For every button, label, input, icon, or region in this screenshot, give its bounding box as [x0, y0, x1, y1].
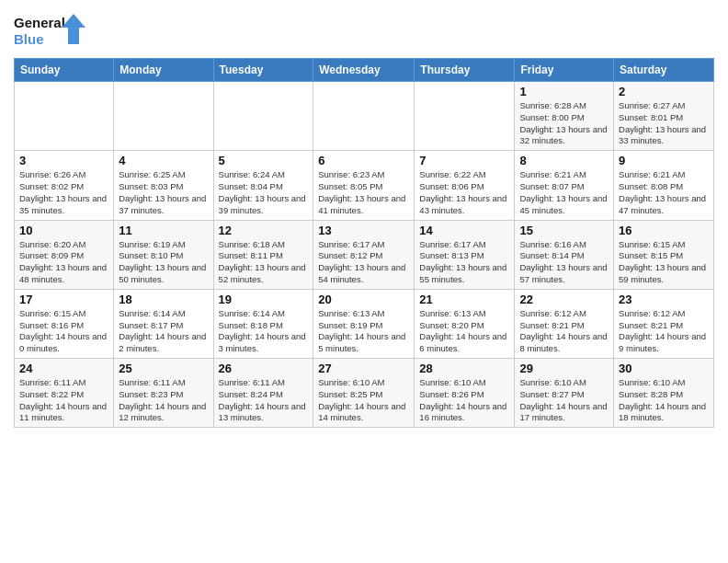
week-row-2: 10Sunrise: 6:20 AM Sunset: 8:09 PM Dayli… — [15, 220, 714, 289]
day-cell: 9Sunrise: 6:21 AM Sunset: 8:08 PM Daylig… — [614, 151, 714, 220]
day-info: Sunrise: 6:17 AM Sunset: 8:12 PM Dayligh… — [318, 239, 409, 286]
day-number: 11 — [119, 224, 208, 237]
day-number: 25 — [119, 362, 208, 375]
day-number: 4 — [119, 154, 208, 167]
svg-marker-2 — [62, 14, 85, 44]
day-cell: 20Sunrise: 6:13 AM Sunset: 8:19 PM Dayli… — [313, 289, 415, 358]
day-number: 12 — [219, 224, 309, 237]
day-number: 3 — [19, 154, 108, 167]
day-info: Sunrise: 6:19 AM Sunset: 8:10 PM Dayligh… — [119, 239, 208, 286]
day-number: 24 — [19, 362, 108, 375]
day-cell: 17Sunrise: 6:15 AM Sunset: 8:16 PM Dayli… — [15, 289, 114, 358]
day-cell — [313, 82, 415, 151]
day-number: 10 — [19, 224, 108, 237]
day-info: Sunrise: 6:22 AM Sunset: 8:06 PM Dayligh… — [419, 169, 509, 216]
day-number: 1 — [519, 85, 609, 98]
day-cell — [114, 82, 213, 151]
day-info: Sunrise: 6:16 AM Sunset: 8:14 PM Dayligh… — [519, 239, 609, 286]
day-info: Sunrise: 6:11 AM Sunset: 8:23 PM Dayligh… — [119, 377, 208, 424]
day-cell — [15, 82, 114, 151]
header-day-sunday: Sunday — [15, 59, 114, 82]
day-info: Sunrise: 6:13 AM Sunset: 8:19 PM Dayligh… — [318, 308, 409, 355]
day-info: Sunrise: 6:10 AM Sunset: 8:28 PM Dayligh… — [619, 377, 709, 424]
day-cell: 22Sunrise: 6:12 AM Sunset: 8:21 PM Dayli… — [515, 289, 614, 358]
day-info: Sunrise: 6:25 AM Sunset: 8:03 PM Dayligh… — [119, 169, 208, 216]
day-number: 29 — [519, 362, 609, 375]
day-cell: 2Sunrise: 6:27 AM Sunset: 8:01 PM Daylig… — [614, 82, 714, 151]
day-info: Sunrise: 6:21 AM Sunset: 8:08 PM Dayligh… — [619, 169, 709, 216]
day-cell: 3Sunrise: 6:26 AM Sunset: 8:02 PM Daylig… — [15, 151, 114, 220]
day-cell: 28Sunrise: 6:10 AM Sunset: 8:26 PM Dayli… — [415, 359, 515, 428]
day-info: Sunrise: 6:27 AM Sunset: 8:01 PM Dayligh… — [619, 100, 709, 147]
day-number: 16 — [619, 224, 709, 237]
day-cell: 19Sunrise: 6:14 AM Sunset: 8:18 PM Dayli… — [213, 289, 313, 358]
day-cell: 14Sunrise: 6:17 AM Sunset: 8:13 PM Dayli… — [415, 220, 515, 289]
logo: General Blue — [14, 9, 87, 51]
day-cell: 7Sunrise: 6:22 AM Sunset: 8:06 PM Daylig… — [415, 151, 515, 220]
day-info: Sunrise: 6:10 AM Sunset: 8:26 PM Dayligh… — [419, 377, 509, 424]
day-cell: 15Sunrise: 6:16 AM Sunset: 8:14 PM Dayli… — [515, 220, 614, 289]
day-number: 19 — [219, 293, 309, 306]
day-cell: 10Sunrise: 6:20 AM Sunset: 8:09 PM Dayli… — [15, 220, 114, 289]
day-info: Sunrise: 6:24 AM Sunset: 8:04 PM Dayligh… — [219, 169, 309, 216]
svg-text:General: General — [14, 15, 65, 30]
day-info: Sunrise: 6:10 AM Sunset: 8:27 PM Dayligh… — [519, 377, 609, 424]
day-info: Sunrise: 6:21 AM Sunset: 8:07 PM Dayligh… — [519, 169, 609, 216]
day-cell: 11Sunrise: 6:19 AM Sunset: 8:10 PM Dayli… — [114, 220, 213, 289]
day-cell: 29Sunrise: 6:10 AM Sunset: 8:27 PM Dayli… — [515, 359, 614, 428]
day-info: Sunrise: 6:13 AM Sunset: 8:20 PM Dayligh… — [419, 308, 509, 355]
header-day-monday: Monday — [114, 59, 213, 82]
day-info: Sunrise: 6:11 AM Sunset: 8:22 PM Dayligh… — [19, 377, 108, 424]
day-number: 9 — [619, 154, 709, 167]
header-day-saturday: Saturday — [614, 59, 714, 82]
day-number: 17 — [19, 293, 108, 306]
week-row-1: 3Sunrise: 6:26 AM Sunset: 8:02 PM Daylig… — [15, 151, 714, 220]
page: General Blue SundayMondayTuesdayWednesda… — [0, 0, 728, 437]
day-cell: 21Sunrise: 6:13 AM Sunset: 8:20 PM Dayli… — [415, 289, 515, 358]
day-number: 14 — [419, 224, 509, 237]
day-cell: 13Sunrise: 6:17 AM Sunset: 8:12 PM Dayli… — [313, 220, 415, 289]
day-info: Sunrise: 6:10 AM Sunset: 8:25 PM Dayligh… — [318, 377, 409, 424]
logo-svg: General Blue — [14, 9, 87, 51]
day-number: 20 — [318, 293, 409, 306]
day-info: Sunrise: 6:14 AM Sunset: 8:17 PM Dayligh… — [119, 308, 208, 355]
day-info: Sunrise: 6:28 AM Sunset: 8:00 PM Dayligh… — [519, 100, 609, 147]
day-cell: 4Sunrise: 6:25 AM Sunset: 8:03 PM Daylig… — [114, 151, 213, 220]
week-row-3: 17Sunrise: 6:15 AM Sunset: 8:16 PM Dayli… — [15, 289, 714, 358]
day-number: 28 — [419, 362, 509, 375]
day-info: Sunrise: 6:23 AM Sunset: 8:05 PM Dayligh… — [318, 169, 409, 216]
day-cell — [415, 82, 515, 151]
day-cell: 26Sunrise: 6:11 AM Sunset: 8:24 PM Dayli… — [213, 359, 313, 428]
day-info: Sunrise: 6:14 AM Sunset: 8:18 PM Dayligh… — [219, 308, 309, 355]
day-cell: 5Sunrise: 6:24 AM Sunset: 8:04 PM Daylig… — [213, 151, 313, 220]
day-number: 18 — [119, 293, 208, 306]
calendar-table: SundayMondayTuesdayWednesdayThursdayFrid… — [14, 58, 714, 428]
day-info: Sunrise: 6:20 AM Sunset: 8:09 PM Dayligh… — [19, 239, 108, 286]
day-number: 23 — [619, 293, 709, 306]
day-cell: 12Sunrise: 6:18 AM Sunset: 8:11 PM Dayli… — [213, 220, 313, 289]
day-info: Sunrise: 6:12 AM Sunset: 8:21 PM Dayligh… — [619, 308, 709, 355]
day-cell: 16Sunrise: 6:15 AM Sunset: 8:15 PM Dayli… — [614, 220, 714, 289]
day-info: Sunrise: 6:26 AM Sunset: 8:02 PM Dayligh… — [19, 169, 108, 216]
header: General Blue — [14, 9, 714, 51]
day-number: 6 — [318, 154, 409, 167]
day-cell: 18Sunrise: 6:14 AM Sunset: 8:17 PM Dayli… — [114, 289, 213, 358]
day-number: 5 — [219, 154, 309, 167]
day-info: Sunrise: 6:17 AM Sunset: 8:13 PM Dayligh… — [419, 239, 509, 286]
day-number: 15 — [519, 224, 609, 237]
svg-text:Blue: Blue — [14, 31, 44, 47]
day-cell: 27Sunrise: 6:10 AM Sunset: 8:25 PM Dayli… — [313, 359, 415, 428]
day-number: 27 — [318, 362, 409, 375]
day-number: 22 — [519, 293, 609, 306]
day-number: 26 — [219, 362, 309, 375]
header-day-thursday: Thursday — [415, 59, 515, 82]
day-cell: 24Sunrise: 6:11 AM Sunset: 8:22 PM Dayli… — [15, 359, 114, 428]
week-row-0: 1Sunrise: 6:28 AM Sunset: 8:00 PM Daylig… — [15, 82, 714, 151]
day-cell: 23Sunrise: 6:12 AM Sunset: 8:21 PM Dayli… — [614, 289, 714, 358]
day-number: 30 — [619, 362, 709, 375]
day-info: Sunrise: 6:11 AM Sunset: 8:24 PM Dayligh… — [219, 377, 309, 424]
day-info: Sunrise: 6:18 AM Sunset: 8:11 PM Dayligh… — [219, 239, 309, 286]
day-info: Sunrise: 6:12 AM Sunset: 8:21 PM Dayligh… — [519, 308, 609, 355]
day-info: Sunrise: 6:15 AM Sunset: 8:16 PM Dayligh… — [19, 308, 108, 355]
day-cell: 30Sunrise: 6:10 AM Sunset: 8:28 PM Dayli… — [614, 359, 714, 428]
